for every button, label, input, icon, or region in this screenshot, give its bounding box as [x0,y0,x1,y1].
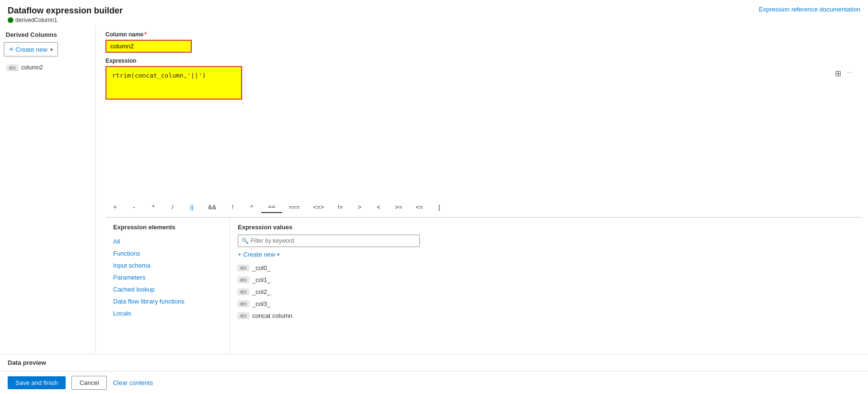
footer: Save and finish Cancel Clear contents [0,371,868,394]
scrollbar-indicator: ··· [847,68,853,79]
doc-link[interactable]: Expression reference documentation [759,6,860,13]
values-create-new-label: Create new [243,251,275,258]
sidebar-create-new-label: Create new [15,46,47,53]
value-type-label: abc [238,265,249,271]
op-minus[interactable]: - [125,202,144,213]
op-plus[interactable]: + [105,202,125,213]
value-name: _col0_ [252,264,270,271]
expression-section: Expression rtrim(concat_column,'||') ⊞ ·… [105,57,860,193]
expression-values-panel: Expression values 🔍 + Create new ▾ abc _… [230,218,860,354]
op-not[interactable]: ! [223,202,242,213]
expression-text: rtrim(concat_column,'||') [112,72,206,79]
column-name-section: Column name* [105,31,860,53]
element-parameters[interactable]: Parameters [113,271,222,283]
chevron-down-icon: ▾ [50,47,53,52]
chevron-down-icon-inline: ▾ [277,252,279,257]
expression-elements-panel: Expression elements All Functions Input … [105,218,230,354]
value-item-col3[interactable]: abc _col3_ [238,298,853,310]
required-marker: * [144,31,147,38]
expression-elements-title: Expression elements [113,224,222,231]
op-gt[interactable]: > [350,202,369,213]
op-strict-eq[interactable]: === [282,202,307,213]
cancel-button[interactable]: Cancel [71,376,107,390]
filter-input-wrap: 🔍 [238,235,853,247]
op-neq[interactable]: != [331,202,350,213]
op-gte[interactable]: >= [388,202,409,213]
value-name: concat column [252,312,292,319]
values-create-new-button[interactable]: + Create new ▾ [238,251,853,258]
op-spaceship[interactable]: <=> [306,202,331,213]
op-bracket[interactable]: [ [429,202,449,213]
lower-panel: Expression elements All Functions Input … [105,217,860,354]
value-type-label: abc [238,277,249,283]
column-name-input[interactable] [105,40,192,53]
operators-bar: + - * / || && ! ^ == === <=> != > < >= <… [105,197,860,217]
element-cached-lookup[interactable]: Cached lookup [113,283,222,295]
value-item-col1[interactable]: abc _col1_ [238,274,853,286]
data-preview-bar: Data preview [0,354,868,371]
value-type-label: abc [238,289,249,295]
plus-icon: + [9,45,13,54]
element-functions[interactable]: Functions [113,248,222,259]
op-lte[interactable]: <= [409,202,429,213]
value-type-label: abc [238,313,249,319]
expression-label: Expression [105,57,860,64]
column-name-label: Column name* [105,31,860,38]
subtitle-text: derivedColumn1 [15,17,57,23]
value-item-concat-column[interactable]: abc concat column [238,310,853,322]
header-right: Expression reference documentation [759,6,860,13]
clear-contents-button[interactable]: Clear contents [113,379,153,386]
op-divide[interactable]: / [163,202,182,213]
data-preview-label: Data preview [8,359,46,366]
value-name: _col2_ [252,288,270,295]
plus-icon-inline: + [238,251,242,258]
expression-editor[interactable]: rtrim(concat_column,'||') [105,66,242,100]
op-eq[interactable]: == [261,201,282,213]
expression-toolbar-icon1[interactable]: ⊞ [833,68,843,79]
search-icon: 🔍 [242,237,249,244]
op-lt[interactable]: < [369,202,388,213]
status-dot-icon [8,17,13,23]
op-and[interactable]: && [201,202,223,213]
sidebar-item-column2[interactable]: abc column2 [4,62,92,73]
app-title: Dataflow expression builder [8,6,123,16]
right-panel: Column name* Expression rtrim(concat_col… [96,25,868,354]
subtitle-row: derivedColumn1 [8,17,123,23]
sidebar-title: Derived Columns [4,31,92,38]
value-name: _col1_ [252,276,270,283]
element-library-functions[interactable]: Data flow library functions [113,295,222,307]
element-input-schema[interactable]: Input schema [113,259,222,271]
sidebar: Derived Columns + Create new ▾ abc colum… [0,25,96,354]
element-locals[interactable]: Locals [113,307,222,319]
type-label: abc [7,65,18,71]
main-content: Derived Columns + Create new ▾ abc colum… [0,25,868,354]
value-type-label: abc [238,301,249,307]
header-left: Dataflow expression builder derivedColum… [8,6,123,23]
op-concat[interactable]: || [182,202,201,213]
expression-values-title: Expression values [238,224,853,231]
value-item-col0[interactable]: abc _col0_ [238,262,853,274]
element-all[interactable]: All [113,236,222,248]
op-multiply[interactable]: * [144,202,163,213]
sidebar-create-new-button[interactable]: + Create new ▾ [4,42,58,56]
value-name: _col3_ [252,300,270,307]
save-and-finish-button[interactable]: Save and finish [8,376,66,389]
value-item-col2[interactable]: abc _col2_ [238,286,853,298]
filter-input[interactable] [238,235,420,247]
op-xor[interactable]: ^ [242,202,261,213]
app-header: Dataflow expression builder derivedColum… [0,0,868,25]
sidebar-item-name: column2 [21,64,43,71]
